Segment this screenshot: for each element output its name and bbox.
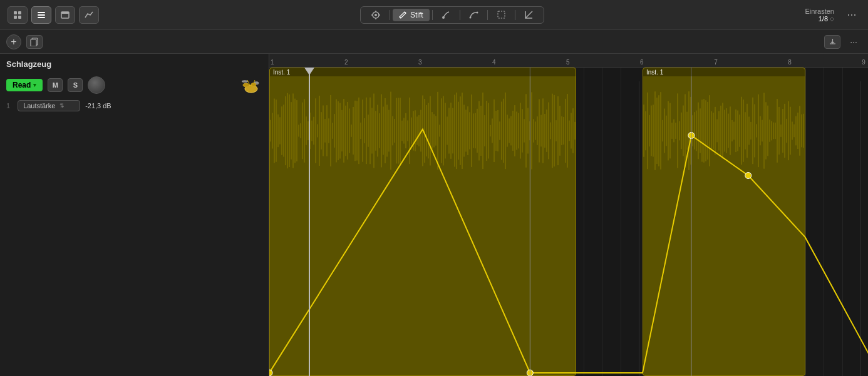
sub-bar-line <box>584 68 584 376</box>
track-name-row: Schlagzeug <box>0 54 269 74</box>
waveform-1 <box>270 68 576 193</box>
marquee-tool-button[interactable] <box>490 8 512 21</box>
sub-bar-line <box>805 68 806 376</box>
ruler-mark: 1 <box>271 59 274 66</box>
read-button[interactable]: Read ▾ <box>6 79 43 91</box>
track-name: Schlagzeug <box>6 59 51 69</box>
track-header: Schlagzeug Read ▾ M S <box>0 54 269 376</box>
waveform-2 <box>643 68 805 193</box>
playhead-head <box>304 68 314 75</box>
list-view-button[interactable] <box>31 6 51 24</box>
svg-point-16 <box>469 17 471 19</box>
svg-rect-4 <box>38 12 45 13</box>
instrument-icon[interactable] <box>240 74 262 96</box>
playhead <box>309 68 310 376</box>
svg-rect-18 <box>498 11 505 18</box>
grid-view-button[interactable] <box>8 6 28 24</box>
track-controls: Read ▾ M S <box>0 74 269 96</box>
snap-value[interactable]: 1/8 <box>819 15 828 23</box>
sub-bar-line <box>621 68 621 376</box>
sub-bar-line <box>602 68 602 376</box>
tool-selector: Stift <box>360 6 544 24</box>
volume-knob[interactable] <box>88 76 105 94</box>
stift-label: Stift <box>410 11 423 19</box>
param-value: -21,3 dB <box>85 102 111 109</box>
svg-rect-6 <box>38 17 45 18</box>
svg-point-10 <box>375 14 377 16</box>
ruler-mark: 9 <box>862 59 865 66</box>
curve-tool-button[interactable] <box>463 8 485 21</box>
svg-rect-2 <box>14 16 17 19</box>
ruler-mark: 5 <box>566 59 570 66</box>
region-2[interactable]: Inst. 1 <box>643 68 805 376</box>
ruler-mark: 7 <box>714 59 718 66</box>
svg-rect-3 <box>18 16 21 19</box>
add-track-button[interactable]: + <box>6 34 21 49</box>
ruler-mark: 3 <box>418 59 422 66</box>
main-toolbar: Stift <box>0 0 868 30</box>
svg-point-23 <box>243 83 249 87</box>
svg-point-15 <box>442 16 445 19</box>
import-button[interactable] <box>824 35 840 49</box>
ruler-mark: 6 <box>640 59 644 66</box>
svg-rect-8 <box>61 12 69 14</box>
pencil-tool-button[interactable]: Stift <box>393 9 430 21</box>
param-row: 1 Lautstärke ⇅ -21,3 dB <box>0 96 269 115</box>
timeline-area: 12345678910 Inst. 1Inst. 1 <box>269 54 868 376</box>
track-content[interactable]: Inst. 1Inst. 1 <box>269 68 868 376</box>
bar-line <box>639 81 639 376</box>
main-area: Schlagzeug Read ▾ M S <box>0 54 868 376</box>
pointer-tool-button[interactable] <box>364 8 387 22</box>
svg-point-17 <box>476 12 478 14</box>
window-button[interactable] <box>55 6 75 24</box>
toolbar-more-button[interactable]: ··· <box>843 6 860 24</box>
svg-rect-5 <box>38 14 45 16</box>
svg-point-27 <box>242 81 248 83</box>
brush-tool-button[interactable] <box>435 8 457 21</box>
snap-control: Einrasten 1/8 ◇ <box>805 8 834 23</box>
resize-tool-button[interactable] <box>518 8 540 21</box>
ruler-mark: 4 <box>492 59 496 66</box>
ruler: 12345678910 <box>269 54 868 68</box>
snap-label: Einrasten <box>805 8 834 15</box>
svg-rect-1 <box>18 11 21 14</box>
ruler-mark: 8 <box>788 59 792 66</box>
sub-bar-line <box>842 68 843 376</box>
ruler-mark: 2 <box>344 59 348 66</box>
sub-bar-line <box>824 68 824 376</box>
track-toolbar: + ··· <box>0 30 868 54</box>
automation-button[interactable] <box>79 6 99 24</box>
region-1-label: Inst. 1 <box>270 68 576 76</box>
copy-button[interactable] <box>26 35 43 49</box>
svg-rect-0 <box>14 11 17 14</box>
param-selector[interactable]: Lautstärke ⇅ <box>18 100 80 111</box>
bar-line <box>860 81 861 376</box>
track-number: 1 <box>6 102 10 109</box>
solo-button[interactable]: S <box>68 78 83 92</box>
mute-button[interactable]: M <box>48 78 63 92</box>
svg-rect-20 <box>31 39 36 46</box>
region-1[interactable]: Inst. 1 <box>269 68 576 376</box>
track-more-button[interactable]: ··· <box>845 35 862 49</box>
region-2-label: Inst. 1 <box>643 68 805 76</box>
